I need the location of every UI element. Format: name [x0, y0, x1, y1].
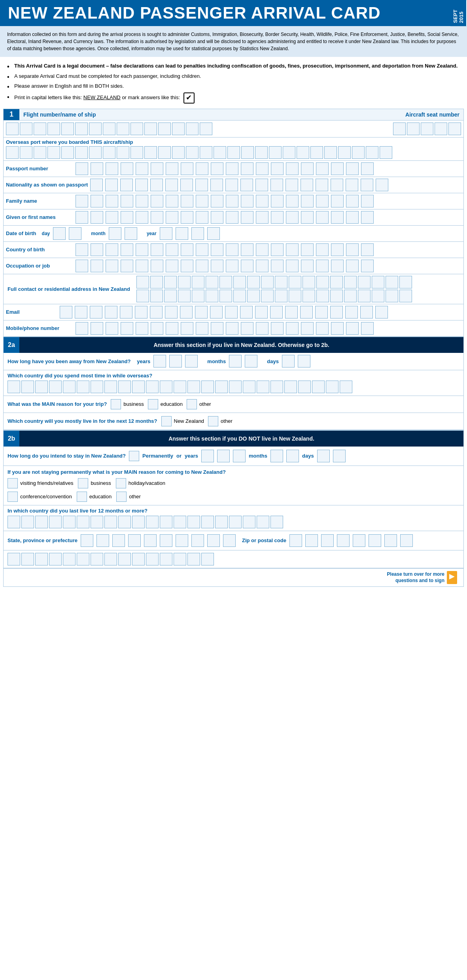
cb-box-9[interactable] — [196, 243, 208, 256]
nat-box-5[interactable] — [150, 179, 163, 191]
cs-box-16[interactable] — [215, 381, 228, 393]
email-box-17[interactable] — [300, 306, 313, 318]
addr-1-20[interactable] — [399, 276, 412, 288]
ll-box-3[interactable] — [35, 516, 48, 528]
se-box-8[interactable] — [104, 553, 117, 565]
cb-box-4[interactable] — [121, 243, 133, 256]
op-box-14[interactable] — [186, 146, 199, 159]
gn-box-14[interactable] — [271, 211, 284, 224]
op-box-17[interactable] — [227, 146, 240, 159]
mob-box-20[interactable] — [361, 322, 374, 335]
pp-box-2[interactable] — [91, 162, 103, 175]
cb-box-2[interactable] — [91, 243, 103, 256]
reason-2b-business-checkbox[interactable] — [78, 478, 88, 488]
zip-box-1[interactable] — [289, 534, 302, 547]
st-box-8[interactable] — [191, 534, 204, 547]
st-box-5[interactable] — [144, 534, 157, 547]
mob-box-9[interactable] — [196, 322, 208, 335]
cs-box-18[interactable] — [243, 381, 255, 393]
ll-box-10[interactable] — [132, 516, 145, 528]
se-box-9[interactable] — [118, 553, 131, 565]
ll-box-18[interactable] — [243, 516, 255, 528]
gn-box-19[interactable] — [346, 211, 359, 224]
dob-year-2[interactable] — [176, 227, 188, 240]
st-box-7[interactable] — [176, 534, 188, 547]
fn-box-12[interactable] — [241, 195, 253, 207]
away-m2[interactable] — [245, 355, 257, 368]
fn-box-20[interactable] — [361, 195, 374, 207]
cb-box-5[interactable] — [136, 243, 148, 256]
flight-box-15[interactable] — [200, 122, 212, 135]
fn-box-15[interactable] — [286, 195, 299, 207]
mob-box-16[interactable] — [301, 322, 314, 335]
dob-month-1[interactable] — [109, 227, 121, 240]
mob-box-4[interactable] — [121, 322, 133, 335]
nat-box-19[interactable] — [361, 179, 373, 191]
flight-box-14[interactable] — [186, 122, 199, 135]
addr-2-9[interactable] — [247, 290, 260, 302]
se-box-6[interactable] — [77, 553, 89, 565]
addr-2-8[interactable] — [233, 290, 246, 302]
cb-box-18[interactable] — [331, 243, 344, 256]
nat-box-4[interactable] — [135, 179, 148, 191]
addr-1-6[interactable] — [206, 276, 218, 288]
addr-2-7[interactable] — [219, 290, 232, 302]
reason-business-checkbox[interactable] — [111, 399, 121, 409]
gn-box-4[interactable] — [121, 211, 133, 224]
cs-box-13[interactable] — [174, 381, 186, 393]
gn-box-17[interactable] — [316, 211, 329, 224]
email-box-14[interactable] — [255, 306, 268, 318]
occ-box-20[interactable] — [361, 260, 374, 272]
email-box-2[interactable] — [75, 306, 87, 318]
op-box-21[interactable] — [283, 146, 295, 159]
pp-box-8[interactable] — [181, 162, 193, 175]
nat-box-15[interactable] — [301, 179, 313, 191]
seat-box-2[interactable] — [407, 122, 420, 135]
reason-education-checkbox[interactable] — [148, 399, 158, 409]
nat-box-16[interactable] — [316, 179, 328, 191]
dob-year-3[interactable] — [191, 227, 204, 240]
addr-1-12[interactable] — [289, 276, 301, 288]
occ-box-14[interactable] — [271, 260, 284, 272]
se-box-13[interactable] — [174, 553, 186, 565]
addr-2-17[interactable] — [358, 290, 371, 302]
email-box-11[interactable] — [210, 306, 223, 318]
reason-2b-education-checkbox[interactable] — [77, 492, 87, 502]
fn-box-16[interactable] — [301, 195, 314, 207]
away-y3[interactable] — [185, 355, 198, 368]
fn-box-11[interactable] — [226, 195, 238, 207]
nat-box-9[interactable] — [210, 179, 223, 191]
cs-box-24[interactable] — [326, 381, 338, 393]
op-box-24[interactable] — [324, 146, 337, 159]
ll-box-6[interactable] — [77, 516, 89, 528]
pp-box-18[interactable] — [331, 162, 344, 175]
st-box-2[interactable] — [96, 534, 109, 547]
ll-box-11[interactable] — [146, 516, 159, 528]
email-box-12[interactable] — [225, 306, 238, 318]
occ-box-6[interactable] — [151, 260, 163, 272]
stay-d1[interactable] — [317, 450, 330, 462]
zip-box-4[interactable] — [337, 534, 350, 547]
occ-box-8[interactable] — [181, 260, 193, 272]
addr-1-14[interactable] — [316, 276, 329, 288]
email-box-10[interactable] — [195, 306, 208, 318]
dob-day-2[interactable] — [69, 227, 81, 240]
mob-box-6[interactable] — [151, 322, 163, 335]
fn-box-4[interactable] — [121, 195, 133, 207]
flight-box-8[interactable] — [103, 122, 115, 135]
cb-box-19[interactable] — [346, 243, 359, 256]
fn-box-2[interactable] — [91, 195, 103, 207]
nat-box-3[interactable] — [120, 179, 133, 191]
cs-box-5[interactable] — [63, 381, 76, 393]
flight-box-6[interactable] — [75, 122, 88, 135]
permanently-checkbox[interactable] — [129, 451, 139, 461]
cs-box-19[interactable] — [257, 381, 269, 393]
live-other-checkbox[interactable] — [208, 416, 218, 426]
fn-box-18[interactable] — [331, 195, 344, 207]
addr-2-15[interactable] — [330, 290, 343, 302]
stay-m1[interactable] — [270, 450, 283, 462]
occ-box-11[interactable] — [226, 260, 238, 272]
fn-box-9[interactable] — [196, 195, 208, 207]
addr-1-13[interactable] — [303, 276, 315, 288]
addr-2-6[interactable] — [206, 290, 218, 302]
